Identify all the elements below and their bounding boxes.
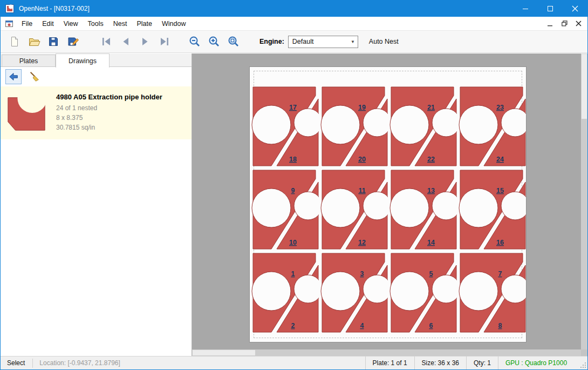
part-number: 11 xyxy=(358,187,365,194)
window-title: OpenNest - [N0317-002] xyxy=(19,5,90,12)
circular-cutout xyxy=(390,189,429,227)
nest-cell[interactable]: 34 xyxy=(319,251,388,334)
part-number: 18 xyxy=(289,156,297,163)
vertical-scrollbar[interactable] xyxy=(581,53,587,349)
open-button[interactable] xyxy=(24,32,44,51)
horizontal-scrollbar[interactable] xyxy=(192,349,581,356)
part-number: 14 xyxy=(427,239,435,246)
mdi-window-controls xyxy=(543,18,585,30)
menu-nest[interactable]: Nest xyxy=(108,17,132,31)
mdi-restore-button[interactable] xyxy=(557,18,571,30)
minimize-button[interactable] xyxy=(513,1,538,17)
go-previous-icon xyxy=(119,35,132,48)
menu-file[interactable]: File xyxy=(17,17,37,31)
import-arrow-icon xyxy=(8,71,19,83)
next-plate-button[interactable] xyxy=(135,32,155,51)
nest-cell[interactable]: 2122 xyxy=(388,85,457,168)
zoom-in-button[interactable] xyxy=(204,32,224,51)
menu-plate[interactable]: Plate xyxy=(132,17,157,31)
circular-cutout xyxy=(459,105,498,144)
document-icon xyxy=(5,19,13,28)
nest-cell[interactable]: 1920 xyxy=(319,85,388,168)
title-bar: OpenNest - [N0317-002] xyxy=(1,1,587,17)
part-number: 15 xyxy=(496,187,504,194)
app-icon xyxy=(5,4,14,13)
menu-window[interactable]: Window xyxy=(157,17,190,31)
mdi-minimize-button[interactable] xyxy=(543,18,557,30)
status-qty: Qty: 1 xyxy=(466,356,498,369)
circular-cutout xyxy=(363,275,388,303)
part-number: 23 xyxy=(496,104,504,111)
maximize-button[interactable] xyxy=(538,1,563,17)
drawings-toolbar xyxy=(1,67,192,86)
sidebar: Plates Drawings xyxy=(1,53,192,356)
engine-select[interactable]: Default ▼ xyxy=(288,36,358,48)
engine-label: Engine: xyxy=(259,38,284,45)
circular-cutout xyxy=(363,192,388,220)
horizontal-scrollbar-thumb[interactable] xyxy=(193,350,255,355)
broom-icon xyxy=(29,71,40,83)
circular-cutout xyxy=(432,192,457,220)
maximize-icon xyxy=(548,6,553,11)
tab-drawings[interactable]: Drawings xyxy=(56,53,110,68)
new-button[interactable] xyxy=(5,32,24,51)
tab-plates[interactable]: Plates xyxy=(2,55,56,66)
nest-cell[interactable]: 1516 xyxy=(457,168,526,251)
part-number: 9 xyxy=(291,187,295,194)
circular-cutout xyxy=(294,275,319,303)
vertical-scrollbar-thumb[interactable] xyxy=(582,54,587,119)
nest-cell[interactable]: 1112 xyxy=(319,168,388,251)
save-as-button[interactable] xyxy=(63,32,83,51)
previous-plate-button[interactable] xyxy=(116,32,135,51)
part-number: 3 xyxy=(360,270,364,278)
close-button[interactable] xyxy=(563,1,587,17)
mdi-close-button[interactable] xyxy=(571,18,585,30)
zoom-fit-icon xyxy=(227,35,240,48)
mdi-close-icon xyxy=(576,21,582,26)
status-plate: Plate: 1 of 1 xyxy=(365,356,414,369)
circular-cutout xyxy=(321,272,360,311)
zoom-fit-button[interactable] xyxy=(224,32,243,51)
part-number: 24 xyxy=(496,156,504,163)
circular-cutout xyxy=(432,275,457,303)
go-next-icon xyxy=(139,35,152,48)
status-location: Location: [-0.9437, 21.8796] xyxy=(33,359,126,367)
part-number: 7 xyxy=(498,270,502,278)
nest-cell[interactable]: 1718 xyxy=(250,85,319,168)
nest-cell[interactable]: 1314 xyxy=(388,168,457,251)
part-number: 1 xyxy=(291,270,295,278)
part-number: 10 xyxy=(289,239,297,246)
menu-view[interactable]: View xyxy=(59,17,83,31)
save-button[interactable] xyxy=(44,32,63,51)
menu-tools[interactable]: Tools xyxy=(83,17,108,31)
circular-cutout xyxy=(294,192,319,220)
nest-canvas[interactable]: 171819202122232491011121314151612345678 xyxy=(192,53,587,356)
nest-cell[interactable]: 12 xyxy=(250,251,319,334)
plate: 171819202122232491011121314151612345678 xyxy=(249,66,527,342)
part-number: 6 xyxy=(429,322,433,329)
sidebar-tabs: Plates Drawings xyxy=(1,53,192,67)
part-number: 21 xyxy=(427,104,435,111)
scrollbar-corner xyxy=(581,349,587,356)
first-plate-button[interactable] xyxy=(97,32,116,51)
minimize-icon xyxy=(523,9,528,9)
import-drawing-button[interactable] xyxy=(5,69,22,84)
nest-cell[interactable]: 910 xyxy=(250,168,319,251)
status-bar: Select Location: [-0.9437, 21.8796] Plat… xyxy=(1,356,587,369)
nest-cell[interactable]: 56 xyxy=(388,251,457,334)
resize-grip[interactable] xyxy=(579,356,587,369)
circular-cutout xyxy=(501,109,526,137)
new-document-icon xyxy=(8,35,21,48)
part-number: 13 xyxy=(427,187,435,194)
circular-cutout xyxy=(252,105,291,144)
last-plate-button[interactable] xyxy=(155,32,174,51)
part-number: 22 xyxy=(427,156,435,163)
clear-drawings-button[interactable] xyxy=(26,69,43,84)
drawing-list-item[interactable]: 4980 A05 Extraction pipe holder 24 of 1 … xyxy=(1,86,192,139)
nest-cell[interactable]: 2324 xyxy=(457,85,526,168)
nest-cell[interactable]: 78 xyxy=(457,251,526,334)
status-size: Size: 36 x 36 xyxy=(414,356,466,369)
auto-nest-button[interactable]: Auto Nest xyxy=(369,38,399,45)
menu-edit[interactable]: Edit xyxy=(37,17,59,31)
zoom-out-button[interactable] xyxy=(185,32,204,51)
